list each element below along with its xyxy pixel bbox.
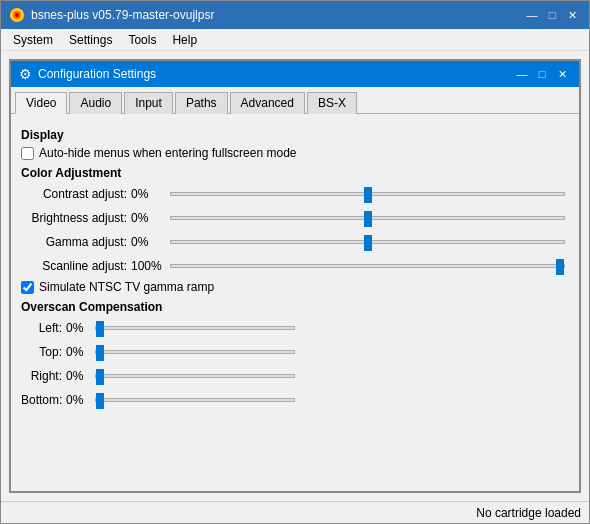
contrast-label: Contrast adjust: [21, 187, 131, 201]
menu-tools[interactable]: Tools [120, 31, 164, 49]
contrast-thumb[interactable] [364, 187, 372, 203]
menu-system[interactable]: System [5, 31, 61, 49]
simulate-ntsc-row: Simulate NTSC TV gamma ramp [21, 280, 569, 294]
outer-window: bsnes-plus v05.79-master-ovujlpsr — □ ✕ … [0, 0, 590, 524]
tab-bar: Video Audio Input Paths Advanced BS-X [11, 87, 579, 114]
outer-close-button[interactable]: ✕ [563, 6, 581, 24]
auto-hide-checkbox[interactable] [21, 147, 34, 160]
auto-hide-label: Auto-hide menus when entering fullscreen… [39, 146, 296, 160]
color-adjustment-title: Color Adjustment [21, 166, 569, 180]
auto-hide-row: Auto-hide menus when entering fullscreen… [21, 146, 569, 160]
scanline-row: Scanline adjust: 100% [21, 256, 569, 276]
status-text: No cartridge loaded [476, 506, 581, 520]
brightness-label: Brightness adjust: [21, 211, 131, 225]
scanline-thumb[interactable] [556, 259, 564, 275]
tab-video[interactable]: Video [15, 92, 67, 114]
gamma-label: Gamma adjust: [21, 235, 131, 249]
overscan-right-thumb[interactable] [96, 369, 104, 385]
overscan-bottom-value: 0% [66, 393, 91, 407]
app-icon [9, 7, 25, 23]
tab-audio[interactable]: Audio [69, 92, 122, 114]
config-dialog: ⚙ Configuration Settings — □ ✕ Video Aud… [9, 59, 581, 493]
gamma-track[interactable] [170, 240, 565, 244]
simulate-ntsc-checkbox[interactable] [21, 281, 34, 294]
overscan-right-track[interactable] [95, 374, 295, 378]
gamma-row: Gamma adjust: 0% [21, 232, 569, 252]
overscan-left-track[interactable] [95, 326, 295, 330]
brightness-track[interactable] [170, 216, 565, 220]
overscan-right-row: Right: 0% [21, 366, 569, 386]
contrast-value: 0% [131, 187, 166, 201]
dialog-icon: ⚙ [19, 66, 32, 82]
brightness-value: 0% [131, 211, 166, 225]
outer-maximize-button[interactable]: □ [543, 6, 561, 24]
brightness-row: Brightness adjust: 0% [21, 208, 569, 228]
overscan-bottom-track[interactable] [95, 398, 295, 402]
tab-bsx[interactable]: BS-X [307, 92, 357, 114]
scanline-track[interactable] [170, 264, 565, 268]
outer-minimize-button[interactable]: — [523, 6, 541, 24]
scanline-value: 100% [131, 259, 166, 273]
outer-titlebar: bsnes-plus v05.79-master-ovujlpsr — □ ✕ [1, 1, 589, 29]
overscan-bottom-thumb[interactable] [96, 393, 104, 409]
simulate-ntsc-label: Simulate NTSC TV gamma ramp [39, 280, 214, 294]
dialog-titlebar: ⚙ Configuration Settings — □ ✕ [11, 61, 579, 87]
content-area: Display Auto-hide menus when entering fu… [11, 114, 579, 491]
overscan-right-label: Right: [21, 369, 66, 383]
overscan-bottom-label: Bottom: [21, 393, 66, 407]
overscan-top-thumb[interactable] [96, 345, 104, 361]
scanline-label: Scanline adjust: [21, 259, 131, 273]
contrast-track[interactable] [170, 192, 565, 196]
overscan-left-value: 0% [66, 321, 91, 335]
tab-input[interactable]: Input [124, 92, 173, 114]
menu-settings[interactable]: Settings [61, 31, 120, 49]
gamma-thumb[interactable] [364, 235, 372, 251]
overscan-top-value: 0% [66, 345, 91, 359]
dialog-maximize-button[interactable]: □ [533, 65, 551, 83]
overscan-left-label: Left: [21, 321, 66, 335]
tab-paths[interactable]: Paths [175, 92, 228, 114]
tab-advanced[interactable]: Advanced [230, 92, 305, 114]
overscan-top-row: Top: 0% [21, 342, 569, 362]
overscan-bottom-row: Bottom: 0% [21, 390, 569, 410]
display-section-title: Display [21, 128, 569, 142]
menubar: System Settings Tools Help [1, 29, 589, 51]
gamma-value: 0% [131, 235, 166, 249]
overscan-left-thumb[interactable] [96, 321, 104, 337]
overscan-right-value: 0% [66, 369, 91, 383]
brightness-thumb[interactable] [364, 211, 372, 227]
dialog-minimize-button[interactable]: — [513, 65, 531, 83]
scroll-content[interactable]: Display Auto-hide menus when entering fu… [11, 114, 579, 491]
svg-point-2 [15, 13, 19, 17]
overscan-title: Overscan Compensation [21, 300, 569, 314]
contrast-row: Contrast adjust: 0% [21, 184, 569, 204]
dialog-title: Configuration Settings [38, 67, 511, 81]
menu-help[interactable]: Help [164, 31, 205, 49]
dialog-close-button[interactable]: ✕ [553, 65, 571, 83]
outer-window-title: bsnes-plus v05.79-master-ovujlpsr [31, 8, 521, 22]
overscan-top-track[interactable] [95, 350, 295, 354]
statusbar: No cartridge loaded [1, 501, 589, 523]
overscan-left-row: Left: 0% [21, 318, 569, 338]
overscan-top-label: Top: [21, 345, 66, 359]
